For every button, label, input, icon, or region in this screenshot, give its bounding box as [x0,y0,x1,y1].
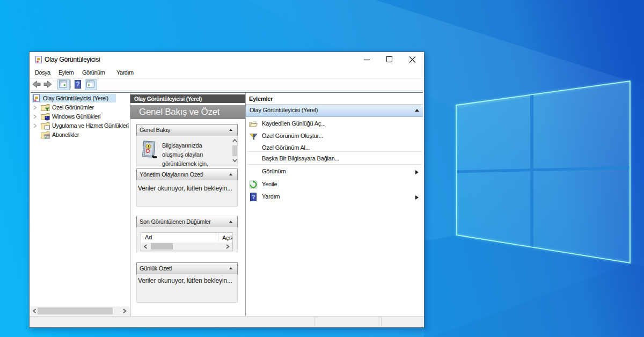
svg-text:?: ? [252,194,255,200]
svg-text:?: ? [76,80,79,88]
